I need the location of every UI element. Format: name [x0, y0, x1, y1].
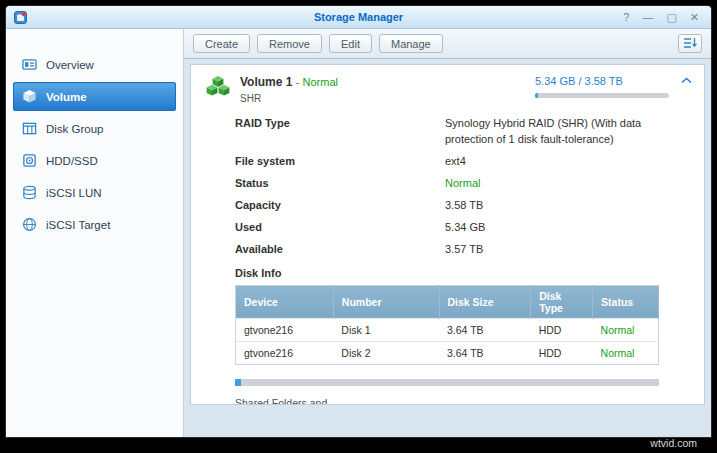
- col-device: Device: [236, 285, 334, 318]
- sidebar-item-iscsi-target[interactable]: iSCSI Target: [13, 210, 176, 239]
- col-number: Number: [333, 285, 439, 318]
- manage-button[interactable]: Manage: [379, 34, 443, 53]
- create-button[interactable]: Create: [193, 34, 250, 53]
- volume-icon: [22, 89, 37, 104]
- table-header-row: Device Number Disk Size Disk Type Status: [236, 285, 659, 318]
- storage-manager-window: Storage Manager ? — ▢ ✕ Overview Volume: [6, 6, 711, 437]
- col-status: Status: [593, 285, 659, 318]
- iscsi-lun-icon: [22, 185, 37, 200]
- sidebar-item-label: Volume: [46, 91, 87, 103]
- chevron-up-icon[interactable]: [681, 77, 692, 84]
- volume-usage-bar: [535, 93, 669, 98]
- watermark: wtvid.com: [650, 437, 697, 449]
- sidebar-item-label: HDD/SSD: [46, 155, 98, 167]
- sidebar-item-label: iSCSI LUN: [46, 187, 102, 199]
- remove-button[interactable]: Remove: [257, 34, 322, 53]
- sidebar-item-overview[interactable]: Overview: [13, 50, 176, 79]
- volume-usage-text: 5.34 GB / 3.58 TB: [535, 75, 669, 87]
- col-disk-size: Disk Size: [439, 285, 531, 318]
- status-value: Normal: [445, 176, 670, 192]
- title-bar: Storage Manager ? — ▢ ✕: [6, 6, 711, 29]
- toolbar: Create Remove Edit Manage: [184, 29, 711, 59]
- volume-status: - Normal: [296, 76, 338, 88]
- disk-group-icon: [22, 121, 37, 136]
- detail-row: Capacity 3.58 TB: [235, 198, 692, 214]
- list-view-button[interactable]: [678, 34, 702, 53]
- usage-stats: Shared Folders and System Use 5.3GB LUN …: [235, 396, 692, 405]
- sidebar-item-hdd-ssd[interactable]: HDD/SSD: [13, 146, 176, 175]
- sidebar-item-volume[interactable]: Volume: [13, 82, 176, 111]
- window-title: Storage Manager: [6, 11, 711, 23]
- volume-details: RAID Type Synology Hybrid RAID (SHR) (Wi…: [235, 116, 692, 258]
- content-area: Volume 1 - Normal SHR 5.34 GB / 3.58 TB: [184, 59, 711, 437]
- volume-panel: Volume 1 - Normal SHR 5.34 GB / 3.58 TB: [190, 64, 705, 405]
- edit-button[interactable]: Edit: [329, 34, 372, 53]
- sidebar-item-label: Overview: [46, 59, 94, 71]
- detail-row: File system ext4: [235, 154, 692, 170]
- detail-row: Status Normal: [235, 176, 692, 192]
- sidebar-item-iscsi-lun[interactable]: iSCSI LUN: [13, 178, 176, 207]
- help-button[interactable]: ?: [623, 12, 629, 23]
- stat-available: Available 3.6TB: [515, 396, 641, 405]
- sidebar-item-label: Disk Group: [46, 123, 104, 135]
- stat-lun: LUN (Regular File) 0Bytes: [375, 396, 501, 405]
- col-disk-type: Disk Type: [531, 285, 593, 318]
- overview-icon: [22, 57, 37, 72]
- stat-shared-folders: Shared Folders and System Use 5.3GB: [235, 396, 361, 405]
- volume-name: Volume 1: [240, 75, 292, 89]
- capacity-usage-bar: [235, 379, 659, 386]
- storage-manager-app-icon: [14, 11, 27, 24]
- volume-cubes-icon: [205, 75, 231, 101]
- iscsi-target-icon: [22, 217, 37, 232]
- detail-row: RAID Type Synology Hybrid RAID (SHR) (Wi…: [235, 116, 692, 148]
- close-button[interactable]: ✕: [690, 12, 699, 23]
- hdd-icon: [22, 153, 37, 168]
- detail-row: Used 5.34 GB: [235, 220, 692, 236]
- sidebar-item-disk-group[interactable]: Disk Group: [13, 114, 176, 143]
- disk-info-title: Disk Info: [235, 267, 692, 279]
- table-row[interactable]: gtvone216 Disk 1 3.64 TB HDD Normal: [236, 318, 659, 341]
- minimize-button[interactable]: —: [642, 12, 653, 23]
- volume-header: Volume 1 - Normal SHR 5.34 GB / 3.58 TB: [205, 75, 692, 104]
- sidebar-item-label: iSCSI Target: [46, 219, 110, 231]
- maximize-button[interactable]: ▢: [666, 12, 676, 23]
- sidebar: Overview Volume Disk Group HDD/SSD: [6, 29, 184, 437]
- list-sort-icon: [683, 35, 697, 53]
- volume-raid-type: SHR: [240, 93, 338, 104]
- detail-row: Available 3.57 TB: [235, 242, 692, 258]
- disk-info-table: Device Number Disk Size Disk Type Status…: [235, 285, 659, 365]
- table-row[interactable]: gtvone216 Disk 2 3.64 TB HDD Normal: [236, 341, 659, 364]
